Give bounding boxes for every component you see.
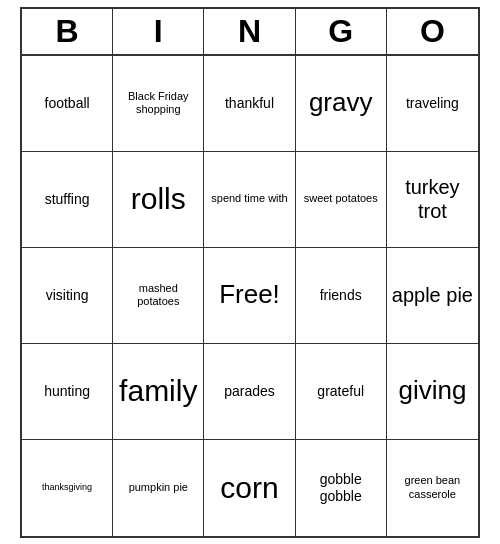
cell-text: pumpkin pie xyxy=(129,481,188,494)
bingo-cell: traveling xyxy=(387,56,478,152)
bingo-cell: family xyxy=(113,344,204,440)
cell-text: gobble gobble xyxy=(300,471,382,505)
bingo-cell: turkey trot xyxy=(387,152,478,248)
bingo-card: BINGO footballBlack Friday shoppingthank… xyxy=(20,7,480,538)
bingo-cell: apple pie xyxy=(387,248,478,344)
cell-text: traveling xyxy=(406,95,459,112)
bingo-cell: thanksgiving xyxy=(22,440,113,536)
bingo-cell: visiting xyxy=(22,248,113,344)
bingo-cell: friends xyxy=(296,248,387,344)
bingo-cell: sweet potatoes xyxy=(296,152,387,248)
cell-text: Free! xyxy=(219,279,280,310)
cell-text: stuffing xyxy=(45,191,90,208)
header-letter: O xyxy=(387,9,478,54)
bingo-cell: thankful xyxy=(204,56,295,152)
cell-text: rolls xyxy=(131,181,186,217)
bingo-cell: corn xyxy=(204,440,295,536)
cell-text: mashed potatoes xyxy=(117,282,199,308)
cell-text: sweet potatoes xyxy=(304,192,378,205)
cell-text: apple pie xyxy=(392,283,473,307)
bingo-cell: giving xyxy=(387,344,478,440)
header-letter: G xyxy=(296,9,387,54)
cell-text: grateful xyxy=(317,383,364,400)
bingo-cell: grateful xyxy=(296,344,387,440)
cell-text: giving xyxy=(398,375,466,406)
bingo-cell: rolls xyxy=(113,152,204,248)
cell-text: turkey trot xyxy=(391,175,474,223)
cell-text: parades xyxy=(224,383,275,400)
bingo-header: BINGO xyxy=(22,9,478,56)
bingo-cell: football xyxy=(22,56,113,152)
cell-text: thankful xyxy=(225,95,274,112)
bingo-cell: stuffing xyxy=(22,152,113,248)
bingo-cell: pumpkin pie xyxy=(113,440,204,536)
bingo-grid: footballBlack Friday shoppingthankfulgra… xyxy=(22,56,478,536)
bingo-cell: gobble gobble xyxy=(296,440,387,536)
cell-text: thanksgiving xyxy=(42,482,92,493)
cell-text: corn xyxy=(220,470,278,506)
bingo-cell: gravy xyxy=(296,56,387,152)
cell-text: gravy xyxy=(309,87,373,118)
cell-text: friends xyxy=(320,287,362,304)
cell-text: hunting xyxy=(44,383,90,400)
bingo-cell: Free! xyxy=(204,248,295,344)
bingo-cell: green bean casserole xyxy=(387,440,478,536)
cell-text: spend time with xyxy=(211,192,287,205)
header-letter: N xyxy=(204,9,295,54)
cell-text: Black Friday shopping xyxy=(117,90,199,116)
header-letter: I xyxy=(113,9,204,54)
bingo-cell: hunting xyxy=(22,344,113,440)
header-letter: B xyxy=(22,9,113,54)
cell-text: green bean casserole xyxy=(391,474,474,500)
bingo-cell: Black Friday shopping xyxy=(113,56,204,152)
bingo-cell: mashed potatoes xyxy=(113,248,204,344)
bingo-cell: spend time with xyxy=(204,152,295,248)
bingo-cell: parades xyxy=(204,344,295,440)
cell-text: visiting xyxy=(46,287,89,304)
cell-text: family xyxy=(119,373,197,409)
cell-text: football xyxy=(45,95,90,112)
